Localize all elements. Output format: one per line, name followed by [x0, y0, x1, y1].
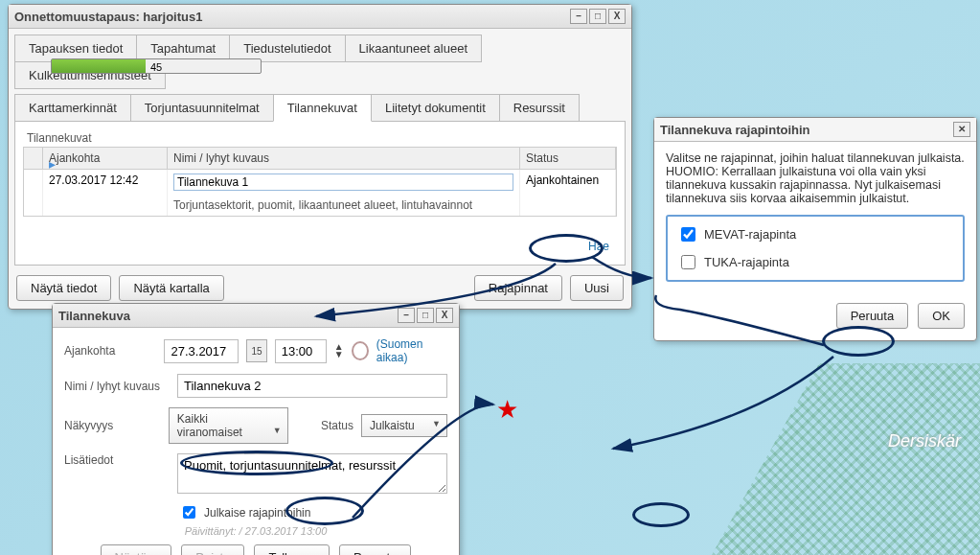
checkbox-tuka[interactable]: TUKA-rajapinta: [672, 248, 959, 276]
timezone-label: (Suomen aikaa): [376, 337, 447, 364]
publish-label: Julkaise rajapintoihin: [204, 506, 310, 520]
row-selector-arrow-icon[interactable]: ▸: [49, 156, 56, 172]
label-time: Ajankohta: [64, 344, 156, 358]
dialog-title: Tilannekuva: [58, 309, 130, 323]
tab-karttamerkinnat[interactable]: Karttamerkinnät: [14, 94, 131, 122]
show-button: Näytä...: [101, 544, 172, 555]
tab-torjuntasuunnitelmat[interactable]: Torjuntasuunnitelmat: [130, 94, 274, 122]
date-input[interactable]: [164, 339, 239, 363]
accident-case-window: Onnettomuustapaus: harjoitus1 – □ X Tapa…: [8, 4, 632, 310]
checkbox-tuka-input[interactable]: [681, 255, 695, 269]
tab-row-2: Karttamerkinnät Torjuntasuunnitelmat Til…: [9, 88, 631, 121]
publish-checkbox[interactable]: [183, 506, 195, 519]
map-island-label: Dersiskär: [888, 431, 961, 451]
tab-panel: Tilannekuvat Ajankohta Nimi / lyhyt kuva…: [14, 121, 626, 266]
delete-button: Poista: [181, 544, 244, 555]
progress-bar: 45: [51, 58, 262, 74]
clock-icon: [352, 341, 369, 360]
maximize-button[interactable]: □: [417, 308, 434, 323]
minimize-button[interactable]: –: [398, 308, 415, 323]
col-header-time[interactable]: Ajankohta: [43, 148, 168, 169]
time-input[interactable]: [275, 339, 327, 363]
name-input[interactable]: [177, 374, 447, 398]
cancel-button[interactable]: Peruuta: [836, 303, 909, 329]
details-textarea[interactable]: [177, 453, 447, 494]
situation-edit-dialog: Tilannekuva – □ X Ajankohta 15 ▲▼ (Suome…: [52, 303, 460, 555]
calendar-icon[interactable]: 15: [246, 339, 266, 362]
status-select[interactable]: Julkaistu: [361, 414, 447, 437]
checkbox-tuka-label: TUKA-rajapinta: [704, 255, 789, 269]
close-button[interactable]: X: [436, 308, 453, 323]
cell-desc: Torjuntasektorit, puomit, likaantuneet a…: [168, 195, 520, 216]
cell-status: Ajankohtainen: [520, 170, 616, 195]
checkbox-mevat[interactable]: MEVAT-rajapinta: [672, 220, 959, 248]
cell-name-input[interactable]: [173, 173, 513, 191]
col-header-name[interactable]: Nimi / lyhyt kuvaus: [168, 148, 520, 169]
tab-liitetyt-dokumentit[interactable]: Liitetyt dokumentit: [371, 94, 500, 122]
col-header-status[interactable]: Status: [520, 148, 616, 169]
search-link[interactable]: Hae: [588, 240, 609, 253]
new-button[interactable]: Uusi: [570, 275, 624, 301]
show-on-map-button[interactable]: Näytä kartalla: [119, 275, 223, 301]
progress-value: 45: [52, 59, 261, 73]
table-row-desc: Torjuntasektorit, puomit, likaantuneet a…: [24, 195, 616, 216]
map-marker-star: ★: [496, 395, 518, 425]
cell-time: 27.03.2017 12:42: [43, 170, 168, 195]
checkbox-mevat-input[interactable]: [681, 227, 695, 242]
label-status: Status: [321, 419, 353, 432]
save-button[interactable]: Tallenna: [254, 544, 329, 555]
close-button[interactable]: X: [608, 9, 626, 24]
minimize-button[interactable]: –: [570, 9, 587, 24]
tab-resurssit[interactable]: Resurssit: [499, 94, 580, 122]
updated-text: Päivittänyt: / 27.03.2017 13:00: [64, 525, 447, 537]
window-titlebar: Onnettomuustapaus: harjoitus1 – □ X: [9, 5, 631, 29]
interfaces-dialog: Tilannekuva rajapintoihin ✕ Valitse ne r…: [653, 117, 977, 341]
close-icon[interactable]: ✕: [953, 122, 970, 137]
label-details: Lisätiedot: [64, 453, 170, 467]
window-title: Onnettomuustapaus: harjoitus1: [14, 10, 202, 24]
tab-likaantuneet-alueet[interactable]: Likaantuneet alueet: [345, 35, 482, 62]
label-visibility: Näkyvyys: [64, 419, 161, 432]
maximize-button[interactable]: □: [589, 9, 606, 24]
interfaces-button[interactable]: Rajapinnat: [474, 275, 562, 301]
label-name: Nimi / lyhyt kuvaus: [64, 380, 170, 393]
group-title: Tilannekuvat: [23, 129, 617, 147]
show-details-button[interactable]: Näytä tiedot: [16, 275, 111, 301]
dialog-text: Valitse ne rajapinnat, joihin haluat til…: [666, 151, 965, 205]
grid-body: 27.03.2017 12:42 Ajankohtainen Torjuntas…: [23, 170, 617, 217]
table-row[interactable]: 27.03.2017 12:42 Ajankohtainen: [24, 170, 616, 195]
interface-checklist: MEVAT-rajapinta TUKA-rajapinta: [666, 215, 965, 282]
grid-header: Ajankohta Nimi / lyhyt kuvaus Status: [23, 147, 617, 170]
cancel-button[interactable]: Peruuta: [339, 544, 412, 555]
ok-button[interactable]: OK: [918, 303, 965, 329]
dialog-title: Tilannekuva rajapintoihin: [660, 123, 810, 137]
tab-tilannekuvat[interactable]: Tilannekuvat: [273, 94, 372, 122]
time-stepper-icon[interactable]: ▲▼: [334, 343, 344, 358]
visibility-select[interactable]: Kaikki viranomaiset: [169, 407, 288, 444]
checkbox-mevat-label: MEVAT-rajapinta: [704, 227, 796, 242]
